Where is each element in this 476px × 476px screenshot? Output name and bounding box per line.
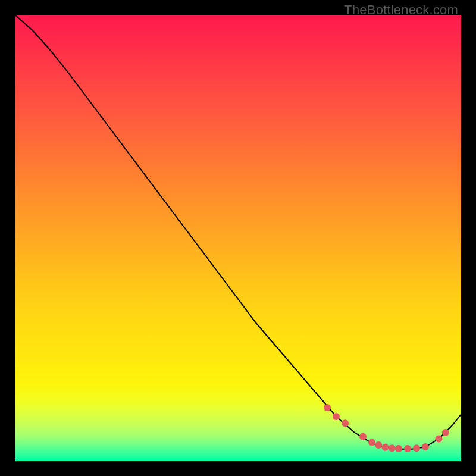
watermark-text: TheBottleneck.com: [344, 2, 458, 18]
plot-area: [15, 15, 461, 461]
chart-frame: TheBottleneck.com: [0, 0, 476, 476]
